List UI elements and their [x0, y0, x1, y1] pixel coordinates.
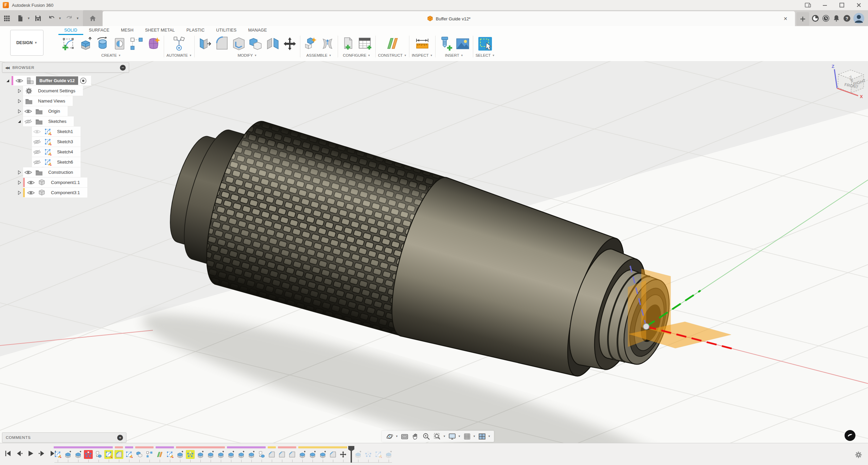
- toolbar-tab-surface[interactable]: SURFACE: [83, 28, 115, 35]
- shell-button[interactable]: [231, 36, 247, 52]
- step-forward-button[interactable]: [38, 449, 46, 458]
- step-back-button[interactable]: [15, 449, 23, 458]
- configuration-button[interactable]: [340, 36, 356, 52]
- timeline-feature-chamfer[interactable]: [329, 450, 337, 459]
- browser-item-label[interactable]: Buffer Guide v12: [36, 76, 78, 85]
- document-close-icon[interactable]: ✕: [782, 15, 789, 22]
- close-icon[interactable]: [855, 1, 863, 9]
- browser-minimize-icon[interactable]: −: [120, 65, 126, 71]
- viewcube[interactable]: FRONT RIGHT TOP Z X: [825, 63, 868, 107]
- visibility-eye-off-icon[interactable]: [32, 159, 42, 166]
- ribbon-group-label[interactable]: ASSEMBLE▼: [306, 53, 332, 57]
- expander-closed-icon[interactable]: [16, 108, 23, 115]
- ribbon-group-label[interactable]: MODIFY▼: [237, 53, 257, 57]
- orbit-dropdown-icon[interactable]: ▼: [395, 435, 399, 438]
- browser-collapse-icon[interactable]: ◀◀: [5, 66, 9, 70]
- browser-item-label[interactable]: Component1:1: [48, 180, 83, 185]
- browser-item-sketch1[interactable]: Sketch1: [2, 127, 129, 136]
- timeline-feature-extrude[interactable]: [64, 450, 72, 459]
- timeline-feature-plane[interactable]: [155, 450, 164, 459]
- browser-item-sketch6[interactable]: Sketch6: [2, 157, 129, 167]
- expander-closed-icon[interactable]: [16, 97, 23, 105]
- browser-item-sketch4[interactable]: Sketch4: [2, 147, 129, 157]
- browser-item-named-views[interactable]: Named Views: [2, 96, 129, 106]
- home-icon[interactable]: [89, 15, 96, 22]
- ribbon-group-label[interactable]: AUTOMATE▼: [166, 53, 192, 57]
- browser-item-sketches[interactable]: Sketches: [2, 116, 129, 126]
- ribbon-group-label[interactable]: CONFIGURE▼: [343, 53, 370, 57]
- comments-header[interactable]: COMMENTS +: [2, 432, 126, 443]
- timeline-feature-extrude[interactable]: [74, 450, 83, 459]
- timeline-feature-rect-pattern[interactable]: [145, 450, 154, 459]
- visibility-eye-on-icon[interactable]: [14, 77, 24, 85]
- display-settings-dropdown-icon[interactable]: ▼: [458, 435, 461, 438]
- browser-item-label[interactable]: Named Views: [35, 98, 69, 104]
- toolbar-tab-utilities[interactable]: UTILITIES: [210, 28, 242, 35]
- file-dropdown-icon[interactable]: ▼: [27, 17, 31, 20]
- zoom-button[interactable]: [421, 432, 431, 441]
- browser-item-sketch3[interactable]: Sketch3: [2, 137, 129, 147]
- expander-closed-icon[interactable]: [16, 87, 23, 95]
- measure-button[interactable]: [414, 36, 430, 52]
- timeline-feature-sketch[interactable]: [104, 450, 113, 459]
- timeline-feature-chamfer[interactable]: [267, 450, 276, 459]
- browser-item-label[interactable]: Construction: [45, 170, 76, 175]
- expander-closed-icon[interactable]: [16, 169, 23, 176]
- timeline-feature-extrude[interactable]: [237, 450, 246, 459]
- add-comment-icon[interactable]: +: [117, 435, 123, 441]
- browser-item-construction[interactable]: Construction: [2, 167, 129, 177]
- new-tab-button[interactable]: [796, 12, 809, 26]
- timeline-feature-chamfer[interactable]: [114, 450, 123, 459]
- file-button[interactable]: [14, 12, 27, 25]
- timeline-group-bar-purple[interactable]: [54, 446, 113, 448]
- timeline-group-bar-pink[interactable]: [135, 446, 154, 448]
- go-to-start-button[interactable]: [4, 449, 12, 458]
- expander-closed-icon[interactable]: [16, 179, 23, 186]
- job-status-icon[interactable]: [822, 14, 830, 22]
- fillet-button[interactable]: [214, 36, 230, 52]
- ribbon-group-label[interactable]: SELECT▼: [476, 53, 495, 57]
- toolbar-tab-plastic[interactable]: PLASTIC: [181, 28, 211, 35]
- timeline-feature-extrude[interactable]: [216, 450, 225, 459]
- redo-button[interactable]: [63, 12, 76, 25]
- toolbar-tab-manage[interactable]: MANAGE: [242, 28, 272, 35]
- expander-open-icon[interactable]: [4, 77, 12, 85]
- redo-dropdown-icon[interactable]: ▼: [76, 17, 80, 20]
- timeline-settings-gear-icon[interactable]: [854, 451, 863, 459]
- browser-item-component1-1[interactable]: Component1:1: [2, 178, 129, 187]
- visibility-eye-on-icon[interactable]: [23, 108, 33, 115]
- timeline-feature-extrude[interactable]: [318, 450, 327, 459]
- browser-item-component3-1[interactable]: Component3:1: [2, 188, 129, 198]
- viewport[interactable]: FRONT RIGHT TOP Z X ◀◀ BROWSER − Buffer …: [0, 61, 868, 443]
- insert-fastener-button[interactable]: [438, 36, 454, 52]
- timeline-feature-component[interactable]: [257, 450, 266, 459]
- timeline-feature-sketch[interactable]: [165, 450, 174, 459]
- undo-dropdown-icon[interactable]: ▼: [58, 17, 63, 20]
- visibility-eye-off-icon[interactable]: [32, 148, 42, 156]
- ribbon-group-label[interactable]: CREATE▼: [101, 53, 121, 57]
- document-tab[interactable]: Buffer Guide v12* ✕: [103, 11, 795, 26]
- visibility-eye-on-icon[interactable]: [26, 179, 36, 186]
- configuration-table-button[interactable]: [357, 36, 373, 52]
- timeline-group-bar-purple[interactable]: [227, 446, 266, 448]
- insert-canvas-button[interactable]: [455, 36, 471, 52]
- split-button[interactable]: [265, 36, 281, 52]
- extrude-button[interactable]: [78, 36, 93, 52]
- timeline-feature-component[interactable]: [94, 450, 103, 459]
- notifications-icon[interactable]: [832, 14, 840, 22]
- browser-item-label[interactable]: Sketch4: [54, 149, 76, 154]
- browser-item-origin[interactable]: Origin: [2, 106, 129, 116]
- timeline-feature-circular-pattern[interactable]: [364, 450, 373, 459]
- timeline-feature-circular-pattern[interactable]: [186, 450, 195, 459]
- ribbon-group-label[interactable]: CONSTRUCT▼: [378, 53, 407, 57]
- fit-dropdown-icon[interactable]: ▼: [443, 435, 446, 438]
- visibility-eye-on-icon[interactable]: [26, 189, 36, 197]
- design-menu-button[interactable]: DESIGN▼: [10, 30, 43, 56]
- toolbar-tab-sheet-metal[interactable]: SHEET METAL: [139, 28, 181, 35]
- hole-button[interactable]: [112, 36, 127, 52]
- timeline-group-bar-yellow[interactable]: [268, 446, 276, 448]
- expander-closed-icon[interactable]: [16, 189, 23, 197]
- timeline-feature-sketch[interactable]: [125, 450, 134, 459]
- play-button[interactable]: [26, 449, 35, 458]
- grid-settings-button[interactable]: [462, 432, 472, 441]
